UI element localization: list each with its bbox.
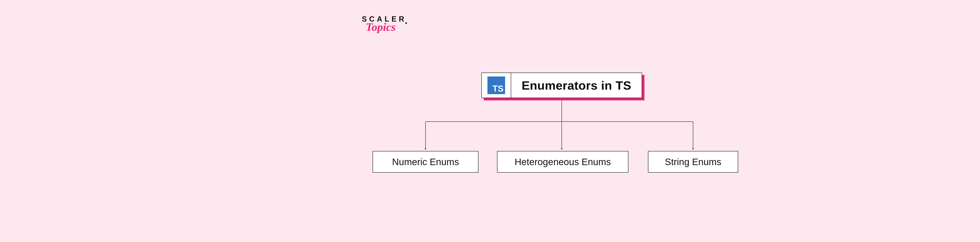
typescript-icon-label: TS xyxy=(493,84,504,93)
child-node-label: Numeric Enums xyxy=(392,156,459,167)
child-node-heterogeneous-enums: Heterogeneous Enums xyxy=(497,151,628,173)
root-title: Enumerators in TS xyxy=(522,78,631,92)
child-node-string-enums: String Enums xyxy=(648,151,738,173)
brand-logo: SCALER Topics xyxy=(362,15,407,32)
root-node: TS Enumerators in TS xyxy=(481,73,642,98)
root-node-box: TS Enumerators in TS xyxy=(481,73,642,98)
child-node-numeric-enums: Numeric Enums xyxy=(372,151,479,173)
diagram-canvas: SCALER Topics TS Enumerators in TS xyxy=(354,0,822,242)
typescript-icon: TS xyxy=(487,76,505,94)
root-title-cell: Enumerators in TS xyxy=(511,73,642,98)
connector-lines xyxy=(354,0,822,242)
child-node-label: String Enums xyxy=(665,156,721,167)
child-node-label: Heterogeneous Enums xyxy=(515,156,611,167)
brand-subtitle: Topics xyxy=(366,22,407,32)
root-icon-cell: TS xyxy=(482,73,511,98)
